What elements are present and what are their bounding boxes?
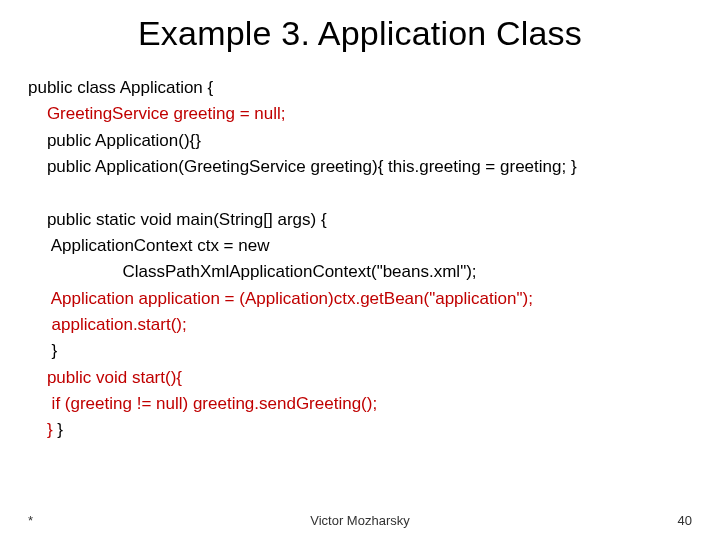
code-line-part: } [53, 420, 63, 439]
code-line: } [28, 341, 57, 360]
code-line: ApplicationContext ctx = new [28, 236, 269, 255]
code-block: public class Application { GreetingServi… [28, 75, 692, 444]
code-line: public class Application { [28, 78, 213, 97]
code-line: if (greeting != null) greeting.sendGreet… [28, 394, 377, 413]
code-line: public Application(){} [28, 131, 201, 150]
footer-center: Victor Mozharsky [0, 513, 720, 528]
code-line: public Application(GreetingService greet… [28, 157, 577, 176]
footer-page-number: 40 [678, 513, 692, 528]
slide: Example 3. Application Class public clas… [0, 0, 720, 540]
code-line: GreetingService greeting = null; [28, 104, 286, 123]
code-line: public static void main(String[] args) { [28, 210, 327, 229]
code-line: Application application = (Application)c… [28, 289, 533, 308]
code-line: application.start(); [28, 315, 187, 334]
slide-title: Example 3. Application Class [28, 14, 692, 53]
code-line-part: } [28, 420, 53, 439]
code-line: public void start(){ [28, 368, 182, 387]
footer-left: * [28, 513, 33, 528]
code-line: ClassPathXmlApplicationContext("beans.xm… [28, 262, 477, 281]
footer: * Victor Mozharsky 40 [0, 513, 720, 528]
